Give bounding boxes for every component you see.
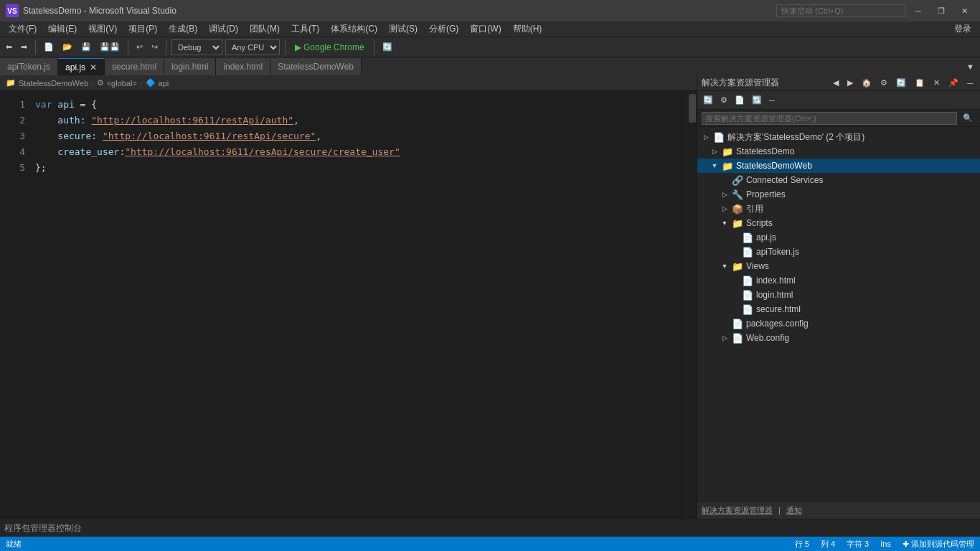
menu-help[interactable]: 帮助(H) xyxy=(507,22,548,37)
tree-item-references[interactable]: ▷ 📦 引用 xyxy=(697,202,980,216)
tab-modified-icon: ✕ xyxy=(90,62,97,72)
toolbar-nav-back[interactable]: ⬅ xyxy=(3,41,15,53)
code-container[interactable]: 1 2 3 4 5 var api = { auth: "http://loca… xyxy=(0,91,697,519)
title-actions: ─ ❐ ✕ xyxy=(776,4,974,18)
tree-item-web-config[interactable]: ▷ 📄 Web.config xyxy=(697,331,980,345)
tree-item-api-js[interactable]: 📄 api.js xyxy=(697,230,980,245)
breadcrumb-symbol[interactable]: api xyxy=(159,79,169,88)
close-button[interactable]: ✕ xyxy=(954,4,974,18)
editor-area: 📁 StatelessDemoWeb › ⚙ <global> › 🔷 api … xyxy=(0,75,697,519)
breadcrumb-project[interactable]: StatelessDemoWeb xyxy=(19,79,88,88)
toolbar-refresh[interactable]: 🔄 xyxy=(380,41,395,53)
run-button[interactable]: ▶ Google Chrome xyxy=(291,41,369,54)
se-tb-showfiles[interactable]: 📄 xyxy=(732,94,748,106)
menu-file[interactable]: 文件(F) xyxy=(3,22,42,37)
tree-item-scripts[interactable]: ▼ 📁 Scripts xyxy=(697,216,980,230)
tab-secure-html[interactable]: secure.html xyxy=(105,58,164,75)
se-collapse-button[interactable]: ─ xyxy=(964,77,976,89)
main-area: 📁 StatelessDemoWeb › ⚙ <global> › 🔷 api … xyxy=(0,75,980,519)
menu-test[interactable]: 测试(S) xyxy=(383,22,423,37)
char-info: 字符 3 xyxy=(847,539,869,550)
tree-item-connected-services[interactable]: 🔗 Connected Services xyxy=(697,173,980,187)
menu-architecture[interactable]: 体系结构(C) xyxy=(325,22,383,37)
menu-analyze[interactable]: 分析(G) xyxy=(423,22,464,37)
menu-debug[interactable]: 调试(D) xyxy=(203,22,244,37)
menu-build[interactable]: 生成(B) xyxy=(163,22,203,37)
tree-arrow xyxy=(720,320,729,327)
bottom-tab-console: 程序包管理器控制台 xyxy=(4,522,82,534)
debug-config-dropdown[interactable]: Debug Release xyxy=(171,39,222,55)
tab-api-js[interactable]: api.js ✕ xyxy=(58,58,105,75)
quick-launch-input[interactable] xyxy=(776,4,905,17)
se-refresh-button[interactable]: 🔄 xyxy=(893,77,909,89)
tree-label: 引用 xyxy=(746,203,763,215)
tab-index-html[interactable]: index.html xyxy=(216,58,270,75)
tree-item-properties[interactable]: ▷ 🔧 Properties xyxy=(697,187,980,202)
code-content[interactable]: var api = { auth: "http://localhost:9611… xyxy=(32,91,697,519)
menu-project[interactable]: 项目(P) xyxy=(123,22,163,37)
se-back-button[interactable]: ◀ xyxy=(830,77,842,89)
tree-item-login-html[interactable]: 📄 login.html xyxy=(697,288,980,302)
tab-apitoken-js[interactable]: apiToken.js xyxy=(0,58,58,75)
tree-item-apitoken-js[interactable]: 📄 apiToken.js xyxy=(697,245,980,259)
se-tb-collapse2[interactable]: ─ xyxy=(766,95,778,106)
tree-item-index-html[interactable]: 📄 index.html xyxy=(697,273,980,288)
menu-team[interactable]: 团队(M) xyxy=(244,22,286,37)
platform-config-dropdown[interactable]: Any CPU x64 x86 xyxy=(225,39,280,55)
se-settings-button[interactable]: ⚙ xyxy=(877,77,890,89)
toolbar-undo[interactable]: ↩ xyxy=(133,41,146,53)
menu-tools[interactable]: 工具(T) xyxy=(286,22,325,37)
breadcrumb-scope[interactable]: <global> xyxy=(107,79,137,88)
scroll-thumb[interactable] xyxy=(689,94,696,123)
se-home-button[interactable]: 🏠 xyxy=(859,77,875,89)
tree-item-statelessdemoweb[interactable]: ▼ 📁 StatelessDemoWeb xyxy=(697,159,980,173)
tab-label: apiToken.js xyxy=(7,62,50,72)
tree-item-solution[interactable]: ▷ 📄 解决方案'StatelessDemo' (2 个项目) xyxy=(697,130,980,144)
breadcrumb-scope-icon: ⚙ xyxy=(97,78,104,88)
tab-end: ▼ xyxy=(362,58,980,75)
se-forward-button[interactable]: ▶ xyxy=(844,77,856,89)
tree-item-secure-html[interactable]: 📄 secure.html xyxy=(697,302,980,316)
menu-window[interactable]: 窗口(W) xyxy=(464,22,507,37)
se-tb-sync[interactable]: 🔄 xyxy=(700,94,716,106)
properties-icon: 🔧 xyxy=(732,189,743,200)
menu-view[interactable]: 视图(V) xyxy=(83,22,123,37)
toolbar-save-all[interactable]: 💾💾 xyxy=(97,41,123,53)
se-pin-button[interactable]: 📌 xyxy=(946,77,961,89)
se-search-button[interactable]: 🔍 xyxy=(960,112,976,124)
toolbar-open[interactable]: 📂 xyxy=(60,41,75,53)
toolbar-new[interactable]: 📄 xyxy=(41,41,57,53)
sign-in-button[interactable]: 登录 xyxy=(948,22,977,37)
tree-item-packages-config[interactable]: 📄 packages.config xyxy=(697,316,980,331)
se-tb-refresh2[interactable]: 🔃 xyxy=(749,94,765,106)
minimize-button[interactable]: ─ xyxy=(908,4,928,18)
menu-edit[interactable]: 编辑(E) xyxy=(42,22,83,37)
restore-button[interactable]: ❐ xyxy=(931,4,951,18)
status-text: 就绪 xyxy=(6,539,22,550)
tree-arrow: ▷ xyxy=(702,133,710,141)
se-tb-props[interactable]: ⚙ xyxy=(717,94,730,106)
tab-login-html[interactable]: login.html xyxy=(164,58,216,75)
tree-item-views[interactable]: ▼ 📁 Views xyxy=(697,259,980,273)
run-browser-label: Google Chrome xyxy=(303,42,364,52)
se-search-input[interactable] xyxy=(702,112,957,125)
tab-statelessdemoweb[interactable]: StatelessDemoWeb xyxy=(270,58,362,75)
se-footer-notifications-link[interactable]: 通知 xyxy=(786,505,802,516)
se-new-solution-button[interactable]: 📋 xyxy=(912,77,928,89)
tree-arrow: ▷ xyxy=(720,205,729,212)
toolbar-nav-forward[interactable]: ➡ xyxy=(18,41,30,53)
editor-scrollbar[interactable] xyxy=(687,91,697,519)
toolbar-save[interactable]: 💾 xyxy=(78,41,94,53)
tree-item-statelessdemo[interactable]: ▷ 📁 StatelessDemo xyxy=(697,144,980,159)
tree-label: api.js xyxy=(756,232,776,242)
add-to-source[interactable]: ✚ 添加到源代码管理 xyxy=(903,539,974,550)
tree-arrow xyxy=(730,248,739,255)
se-footer-solution-link[interactable]: 解决方案资源管理器 xyxy=(702,505,773,516)
toolbar-sep-3 xyxy=(166,40,166,55)
se-header-buttons: ◀ ▶ 🏠 ⚙ 🔄 📋 ✕ 📌 ─ xyxy=(830,77,976,89)
tab-overflow-button[interactable]: ▼ xyxy=(963,61,977,72)
tree-label: Properties xyxy=(746,189,786,199)
se-close-button[interactable]: ✕ xyxy=(930,77,943,89)
tree-arrow: ▼ xyxy=(720,263,729,270)
toolbar-redo[interactable]: ↪ xyxy=(149,41,161,53)
